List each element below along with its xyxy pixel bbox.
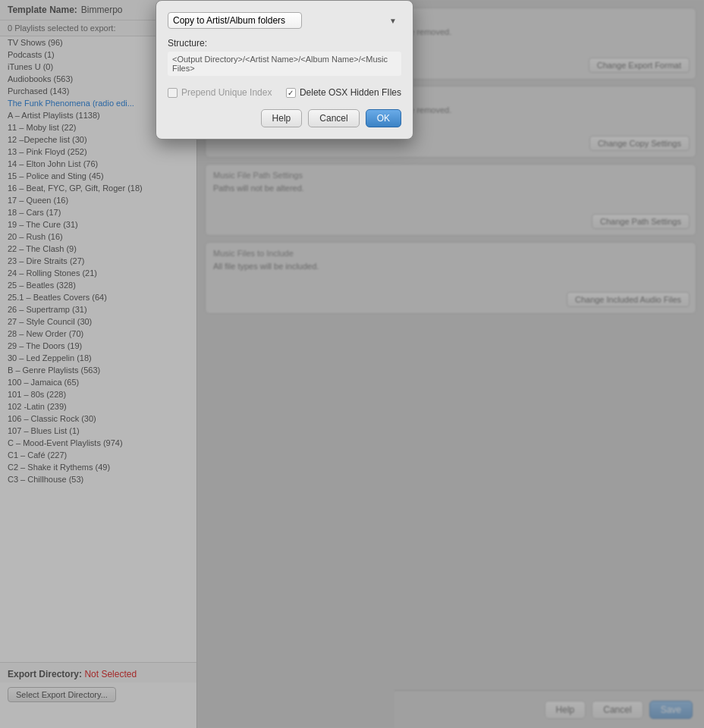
modal-ok-button[interactable]: OK	[366, 109, 401, 127]
structure-label: Structure:	[168, 38, 401, 49]
modal-options-row: Prepend Unique Index ✓ Delete OSX Hidden…	[168, 87, 401, 98]
dropdown-arrow-icon: ▼	[389, 17, 397, 25]
modal-dialog: Copy to Artist/Album foldersCopy to flat…	[156, 0, 413, 140]
prepend-label-text: Prepend Unique Index	[181, 87, 272, 98]
prepend-checkbox[interactable]	[168, 88, 178, 98]
modal-select-wrapper: Copy to Artist/Album foldersCopy to flat…	[168, 12, 401, 29]
copy-mode-select[interactable]: Copy to Artist/Album foldersCopy to flat…	[168, 12, 302, 29]
modal-help-button[interactable]: Help	[261, 109, 303, 127]
delete-osx-checkbox[interactable]: ✓	[286, 88, 296, 98]
modal-dropdown-row: Copy to Artist/Album foldersCopy to flat…	[168, 12, 401, 29]
modal-cancel-button[interactable]: Cancel	[308, 109, 359, 127]
delete-osx-checkbox-label[interactable]: ✓ Delete OSX Hidden FIles	[286, 87, 401, 98]
structure-path: <Output Directory>/<Artist Name>/<Album …	[168, 52, 401, 76]
delete-label-text: Delete OSX Hidden FIles	[300, 87, 401, 98]
modal-buttons: Help Cancel OK	[168, 109, 401, 127]
modal-overlay: Copy to Artist/Album foldersCopy to flat…	[0, 0, 704, 728]
checkmark-icon: ✓	[288, 89, 294, 97]
prepend-checkbox-label[interactable]: Prepend Unique Index	[168, 87, 272, 98]
